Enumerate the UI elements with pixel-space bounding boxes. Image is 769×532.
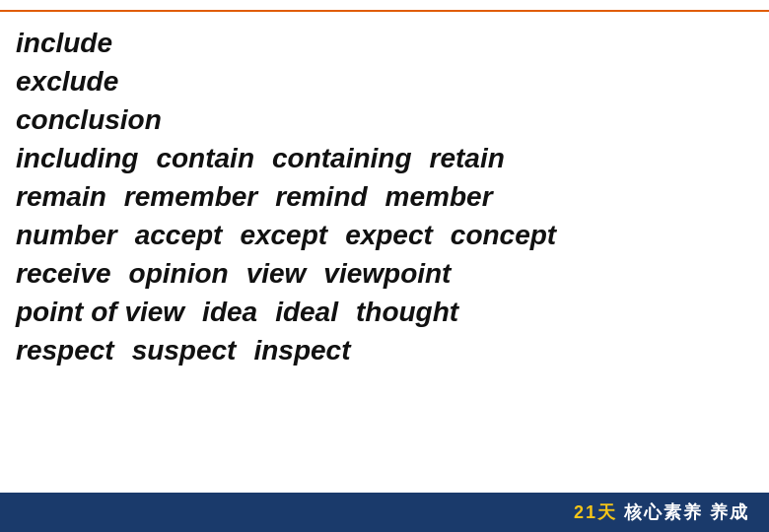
word-line: remainrememberremindmember xyxy=(16,179,753,216)
word-item: include xyxy=(16,26,112,62)
word-line: conclusion xyxy=(16,102,753,139)
word-item: inspect xyxy=(253,333,350,369)
word-item: member xyxy=(385,179,493,216)
word-item: accept xyxy=(135,218,223,254)
word-item: point of view xyxy=(16,295,184,331)
word-block: includeexcludeconclusionincludingcontain… xyxy=(16,26,753,369)
footer-text: 21天 核心素养 养成 xyxy=(574,500,749,524)
word-item: including xyxy=(16,141,138,177)
word-line: include xyxy=(16,26,753,62)
word-item: remain xyxy=(16,179,106,216)
word-item: respect xyxy=(16,333,114,369)
word-item: remind xyxy=(275,179,367,216)
word-line: point of viewideaidealthought xyxy=(16,295,753,331)
content: includeexcludeconclusionincludingcontain… xyxy=(0,12,769,381)
word-item: suspect xyxy=(132,333,237,369)
word-item: thought xyxy=(356,295,458,331)
word-item: number xyxy=(16,218,117,254)
word-line: numberacceptexceptexpectconcept xyxy=(16,218,753,254)
word-item: idea xyxy=(202,295,257,331)
word-item: view xyxy=(246,256,307,293)
word-item: retain xyxy=(430,141,505,177)
word-item: opinion xyxy=(129,256,229,293)
word-item: ideal xyxy=(275,295,338,331)
word-item: receive xyxy=(16,256,111,293)
word-item: remember xyxy=(124,179,257,216)
word-item: except xyxy=(240,218,327,254)
word-line: receiveopinionviewviewpoint xyxy=(16,256,753,293)
word-item: conclusion xyxy=(16,102,162,139)
word-item: expect xyxy=(345,218,433,254)
word-line: exclude xyxy=(16,64,753,100)
word-item: viewpoint xyxy=(323,256,451,293)
word-line: respectsuspectinspect xyxy=(16,333,753,369)
word-item: exclude xyxy=(16,64,118,100)
header xyxy=(0,0,769,10)
word-item: concept xyxy=(451,218,556,254)
word-item: contain xyxy=(156,141,254,177)
word-item: containing xyxy=(272,141,412,177)
word-line: includingcontaincontainingretain xyxy=(16,141,753,177)
footer: 21天 核心素养 养成 xyxy=(0,493,769,532)
